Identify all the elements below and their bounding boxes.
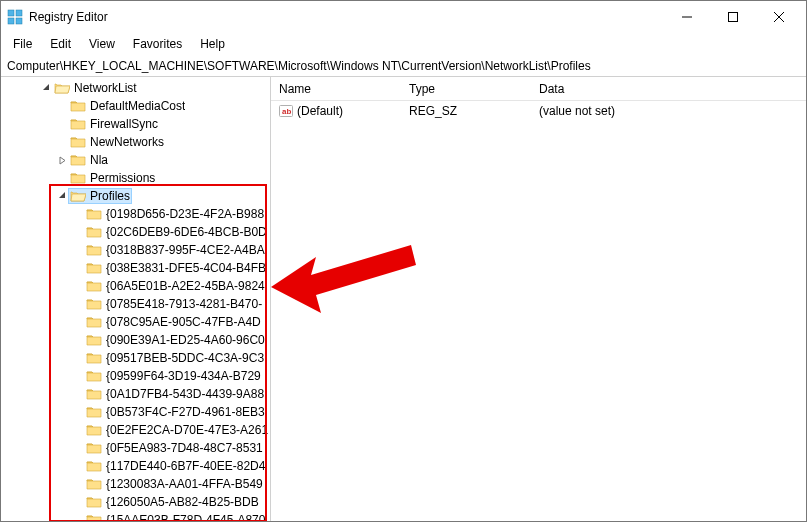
tree-node[interactable]: {0E2FE2CA-D70E-47E3-A261 xyxy=(1,421,270,439)
tree-label: {0F5EA983-7D48-48C7-8531 xyxy=(106,441,263,455)
menu-favorites[interactable]: Favorites xyxy=(125,35,190,53)
tree-label: {0785E418-7913-4281-B470- xyxy=(106,297,262,311)
maximize-button[interactable] xyxy=(710,1,756,33)
address-text: Computer\HKEY_LOCAL_MACHINE\SOFTWARE\Mic… xyxy=(7,59,591,73)
svg-rect-5 xyxy=(729,13,738,22)
tree-node[interactable]: {09599F64-3D19-434A-B729 xyxy=(1,367,270,385)
registry-icon xyxy=(7,9,23,25)
list-row[interactable]: ab(Default)REG_SZ(value not set) xyxy=(271,101,806,121)
tree-label: {038E3831-DFE5-4C04-B4FB xyxy=(106,261,266,275)
svg-rect-2 xyxy=(8,18,14,24)
svg-rect-1 xyxy=(16,10,22,16)
tree-label: {09599F64-3D19-434A-B729 xyxy=(106,369,261,383)
list-pane[interactable]: Name Type Data ab(Default)REG_SZ(value n… xyxy=(271,77,806,521)
tree-node-networklist[interactable]: NetworkList xyxy=(1,79,270,97)
minimize-button[interactable] xyxy=(664,1,710,33)
tree-node[interactable]: {078C95AE-905C-47FB-A4D xyxy=(1,313,270,331)
column-header-type[interactable]: Type xyxy=(401,82,531,96)
tree-node[interactable]: {09517BEB-5DDC-4C3A-9C3 xyxy=(1,349,270,367)
tree-label: {1230083A-AA01-4FFA-B549 xyxy=(106,477,263,491)
tree-node[interactable]: {0F5EA983-7D48-48C7-8531 xyxy=(1,439,270,457)
string-value-icon: ab xyxy=(279,104,293,118)
tree-node[interactable]: {15AAE03B-F78D-4F45-A870 xyxy=(1,511,270,521)
svg-rect-3 xyxy=(16,18,22,24)
tree-label: {06A5E01B-A2E2-45BA-9824 xyxy=(106,279,265,293)
tree-label: {090E39A1-ED25-4A60-96C0 xyxy=(106,333,265,347)
tree-label: {0B573F4C-F27D-4961-8EB3 xyxy=(106,405,265,419)
tree-node[interactable]: Permissions xyxy=(1,169,270,187)
tree-label: {078C95AE-905C-47FB-A4D xyxy=(106,315,261,329)
tree-label: Permissions xyxy=(90,171,155,185)
window-title: Registry Editor xyxy=(29,10,664,24)
tree-label: {02C6DEB9-6DE6-4BCB-B0D xyxy=(106,225,267,239)
column-header-name[interactable]: Name xyxy=(271,82,401,96)
tree-node[interactable]: DefaultMediaCost xyxy=(1,97,270,115)
tree-label: {0198D656-D23E-4F2A-B988 xyxy=(106,207,264,221)
tree-label: FirewallSync xyxy=(90,117,158,131)
chevron-down-icon[interactable] xyxy=(39,81,53,95)
tree-label: {0E2FE2CA-D70E-47E3-A261 xyxy=(106,423,268,437)
menubar: File Edit View Favorites Help xyxy=(1,33,806,55)
tree-label: Profiles xyxy=(90,189,130,203)
address-bar[interactable]: Computer\HKEY_LOCAL_MACHINE\SOFTWARE\Mic… xyxy=(1,55,806,77)
tree-label: DefaultMediaCost xyxy=(90,99,185,113)
tree-label: NetworkList xyxy=(74,81,137,95)
content: NetworkListDefaultMediaCostFirewallSyncN… xyxy=(1,77,806,521)
tree-node[interactable]: Nla xyxy=(1,151,270,169)
tree-node[interactable]: {0198D656-D23E-4F2A-B988 xyxy=(1,205,270,223)
tree-node[interactable]: {0B573F4C-F27D-4961-8EB3 xyxy=(1,403,270,421)
menu-edit[interactable]: Edit xyxy=(42,35,79,53)
value-type: REG_SZ xyxy=(409,104,457,118)
tree-node[interactable]: {038E3831-DFE5-4C04-B4FB xyxy=(1,259,270,277)
window-controls xyxy=(664,1,802,33)
svg-rect-0 xyxy=(8,10,14,16)
column-header-data[interactable]: Data xyxy=(531,82,806,96)
tree-node[interactable]: {126050A5-AB82-4B25-BDB xyxy=(1,493,270,511)
tree-pane[interactable]: NetworkListDefaultMediaCostFirewallSyncN… xyxy=(1,77,271,521)
list-header: Name Type Data xyxy=(271,77,806,101)
chevron-down-icon[interactable] xyxy=(55,189,69,203)
tree-label: {09517BEB-5DDC-4C3A-9C3 xyxy=(106,351,264,365)
tree-node-profiles[interactable]: Profiles xyxy=(1,187,270,205)
value-name: (Default) xyxy=(297,104,343,118)
chevron-right-icon[interactable] xyxy=(55,153,69,167)
tree-node[interactable]: {0318B837-995F-4CE2-A4BA xyxy=(1,241,270,259)
close-button[interactable] xyxy=(756,1,802,33)
tree-label: {0A1D7FB4-543D-4439-9A88 xyxy=(106,387,264,401)
tree-label: {117DE440-6B7F-40EE-82D4 xyxy=(106,459,265,473)
value-data: (value not set) xyxy=(539,104,615,118)
tree-label: {15AAE03B-F78D-4F45-A870 xyxy=(106,513,265,521)
tree-node[interactable]: {1230083A-AA01-4FFA-B549 xyxy=(1,475,270,493)
tree-node[interactable]: {0A1D7FB4-543D-4439-9A88 xyxy=(1,385,270,403)
tree-node[interactable]: NewNetworks xyxy=(1,133,270,151)
tree-node[interactable]: FirewallSync xyxy=(1,115,270,133)
tree-node[interactable]: {0785E418-7913-4281-B470- xyxy=(1,295,270,313)
tree-node[interactable]: {06A5E01B-A2E2-45BA-9824 xyxy=(1,277,270,295)
svg-text:ab: ab xyxy=(282,107,291,116)
titlebar: Registry Editor xyxy=(1,1,806,33)
menu-file[interactable]: File xyxy=(5,35,40,53)
tree-label: NewNetworks xyxy=(90,135,164,149)
menu-view[interactable]: View xyxy=(81,35,123,53)
registry-editor-window: Registry Editor File Edit View Favorites… xyxy=(0,0,807,522)
tree-label: {126050A5-AB82-4B25-BDB xyxy=(106,495,259,509)
tree-node[interactable]: {090E39A1-ED25-4A60-96C0 xyxy=(1,331,270,349)
tree-label: Nla xyxy=(90,153,108,167)
menu-help[interactable]: Help xyxy=(192,35,233,53)
tree-node[interactable]: {117DE440-6B7F-40EE-82D4 xyxy=(1,457,270,475)
tree-label: {0318B837-995F-4CE2-A4BA xyxy=(106,243,265,257)
tree-node[interactable]: {02C6DEB9-6DE6-4BCB-B0D xyxy=(1,223,270,241)
